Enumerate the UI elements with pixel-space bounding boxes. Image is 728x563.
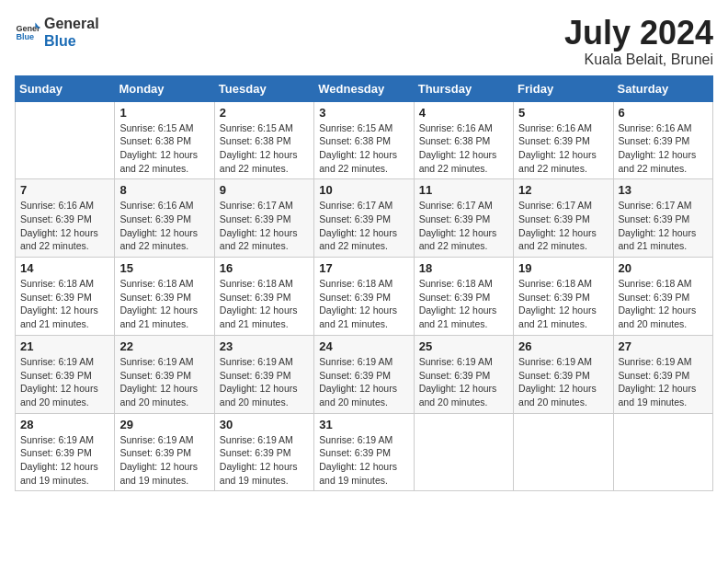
day-number: 15 (119, 261, 209, 275)
day-info: Sunrise: 6:19 AM Sunset: 6:39 PM Dayligh… (220, 433, 309, 488)
calendar-week-row: 1Sunrise: 6:15 AM Sunset: 6:38 PM Daylig… (16, 101, 713, 179)
calendar-cell: 11Sunrise: 6:17 AM Sunset: 6:39 PM Dayli… (414, 179, 513, 258)
logo-line2: Blue (44, 32, 99, 50)
day-info: Sunrise: 6:15 AM Sunset: 6:38 PM Dayligh… (119, 121, 209, 176)
calendar-week-row: 21Sunrise: 6:19 AM Sunset: 6:39 PM Dayli… (16, 335, 713, 413)
day-info: Sunrise: 6:16 AM Sunset: 6:39 PM Dayligh… (20, 199, 109, 253)
day-number: 14 (20, 261, 109, 275)
calendar-cell: 7Sunrise: 6:16 AM Sunset: 6:39 PM Daylig… (16, 179, 115, 258)
calendar-cell: 22Sunrise: 6:19 AM Sunset: 6:39 PM Dayli… (115, 335, 214, 413)
header-thursday: Thursday (414, 75, 513, 101)
day-info: Sunrise: 6:19 AM Sunset: 6:39 PM Dayligh… (20, 433, 109, 488)
day-number: 25 (419, 339, 508, 353)
day-number: 20 (619, 261, 708, 275)
day-number: 5 (518, 106, 608, 120)
day-number: 30 (220, 418, 309, 431)
calendar-week-row: 14Sunrise: 6:18 AM Sunset: 6:39 PM Dayli… (16, 258, 713, 336)
day-number: 31 (319, 418, 408, 431)
calendar-cell: 4Sunrise: 6:16 AM Sunset: 6:38 PM Daylig… (414, 101, 513, 179)
calendar-cell: 31Sunrise: 6:19 AM Sunset: 6:39 PM Dayli… (314, 413, 414, 491)
day-number: 17 (319, 261, 408, 275)
calendar-cell: 20Sunrise: 6:18 AM Sunset: 6:39 PM Dayli… (613, 258, 712, 336)
page-header: General Blue General Blue July 2024 Kual… (15, 15, 713, 68)
day-number: 28 (20, 418, 109, 431)
calendar-week-row: 28Sunrise: 6:19 AM Sunset: 6:39 PM Dayli… (16, 413, 713, 491)
day-info: Sunrise: 6:16 AM Sunset: 6:39 PM Dayligh… (119, 199, 209, 253)
calendar-cell: 23Sunrise: 6:19 AM Sunset: 6:39 PM Dayli… (214, 335, 313, 413)
day-number: 2 (220, 106, 309, 120)
day-info: Sunrise: 6:19 AM Sunset: 6:39 PM Dayligh… (419, 355, 508, 409)
day-number: 21 (20, 339, 109, 353)
calendar-cell: 26Sunrise: 6:19 AM Sunset: 6:39 PM Dayli… (514, 335, 613, 413)
calendar-cell: 15Sunrise: 6:18 AM Sunset: 6:39 PM Dayli… (115, 258, 214, 336)
day-info: Sunrise: 6:16 AM Sunset: 6:38 PM Dayligh… (419, 121, 508, 176)
day-number: 16 (220, 261, 309, 275)
calendar-header-row: SundayMondayTuesdayWednesdayThursdayFrid… (16, 75, 713, 101)
svg-text:Blue: Blue (16, 33, 34, 42)
calendar-cell: 9Sunrise: 6:17 AM Sunset: 6:39 PM Daylig… (214, 179, 313, 258)
calendar-week-row: 7Sunrise: 6:16 AM Sunset: 6:39 PM Daylig… (16, 179, 713, 258)
calendar-cell: 29Sunrise: 6:19 AM Sunset: 6:39 PM Dayli… (115, 413, 214, 491)
title-block: July 2024 Kuala Belait, Brunei (564, 15, 713, 68)
day-number: 19 (518, 261, 608, 275)
day-info: Sunrise: 6:19 AM Sunset: 6:39 PM Dayligh… (119, 433, 209, 488)
calendar-cell: 13Sunrise: 6:17 AM Sunset: 6:39 PM Dayli… (613, 179, 712, 258)
day-info: Sunrise: 6:16 AM Sunset: 6:39 PM Dayligh… (518, 121, 608, 176)
logo: General Blue General Blue (15, 15, 99, 50)
day-number: 3 (319, 106, 408, 120)
day-info: Sunrise: 6:19 AM Sunset: 6:39 PM Dayligh… (518, 355, 608, 409)
header-monday: Monday (115, 75, 214, 101)
calendar-cell (16, 101, 115, 179)
day-info: Sunrise: 6:19 AM Sunset: 6:39 PM Dayligh… (319, 355, 408, 409)
day-info: Sunrise: 6:17 AM Sunset: 6:39 PM Dayligh… (319, 199, 408, 253)
day-number: 29 (119, 418, 209, 431)
day-info: Sunrise: 6:18 AM Sunset: 6:39 PM Dayligh… (319, 277, 408, 331)
calendar-cell: 19Sunrise: 6:18 AM Sunset: 6:39 PM Dayli… (514, 258, 613, 336)
calendar-cell: 2Sunrise: 6:15 AM Sunset: 6:38 PM Daylig… (214, 101, 313, 179)
day-number: 12 (518, 183, 608, 197)
day-info: Sunrise: 6:15 AM Sunset: 6:38 PM Dayligh… (220, 121, 309, 176)
day-info: Sunrise: 6:18 AM Sunset: 6:39 PM Dayligh… (619, 277, 708, 331)
calendar-cell (414, 413, 513, 491)
calendar-cell: 14Sunrise: 6:18 AM Sunset: 6:39 PM Dayli… (16, 258, 115, 336)
day-number: 7 (20, 183, 109, 197)
day-info: Sunrise: 6:19 AM Sunset: 6:39 PM Dayligh… (20, 355, 109, 409)
day-info: Sunrise: 6:17 AM Sunset: 6:39 PM Dayligh… (619, 199, 708, 253)
calendar-cell: 18Sunrise: 6:18 AM Sunset: 6:39 PM Dayli… (414, 258, 513, 336)
calendar-cell: 25Sunrise: 6:19 AM Sunset: 6:39 PM Dayli… (414, 335, 513, 413)
calendar-cell: 16Sunrise: 6:18 AM Sunset: 6:39 PM Dayli… (214, 258, 313, 336)
header-saturday: Saturday (613, 75, 712, 101)
location-label: Kuala Belait, Brunei (564, 52, 713, 68)
day-info: Sunrise: 6:18 AM Sunset: 6:39 PM Dayligh… (119, 277, 209, 331)
day-number: 9 (220, 183, 309, 197)
day-number: 1 (119, 106, 209, 120)
day-number: 6 (619, 106, 708, 120)
day-number: 22 (119, 339, 209, 353)
day-number: 27 (619, 339, 708, 353)
logo-icon: General Blue (15, 19, 40, 45)
day-info: Sunrise: 6:18 AM Sunset: 6:39 PM Dayligh… (419, 277, 508, 331)
header-friday: Friday (514, 75, 613, 101)
month-year-title: July 2024 (564, 15, 713, 52)
calendar-cell: 24Sunrise: 6:19 AM Sunset: 6:39 PM Dayli… (314, 335, 414, 413)
calendar-cell: 1Sunrise: 6:15 AM Sunset: 6:38 PM Daylig… (115, 101, 214, 179)
day-info: Sunrise: 6:18 AM Sunset: 6:39 PM Dayligh… (220, 277, 309, 331)
calendar-cell (613, 413, 712, 491)
day-info: Sunrise: 6:16 AM Sunset: 6:39 PM Dayligh… (619, 121, 708, 176)
header-tuesday: Tuesday (214, 75, 313, 101)
calendar-cell: 28Sunrise: 6:19 AM Sunset: 6:39 PM Dayli… (16, 413, 115, 491)
day-info: Sunrise: 6:19 AM Sunset: 6:39 PM Dayligh… (119, 355, 209, 409)
day-number: 18 (419, 261, 508, 275)
calendar-cell: 27Sunrise: 6:19 AM Sunset: 6:39 PM Dayli… (613, 335, 712, 413)
day-number: 11 (419, 183, 508, 197)
day-number: 23 (220, 339, 309, 353)
day-info: Sunrise: 6:19 AM Sunset: 6:39 PM Dayligh… (319, 433, 408, 488)
calendar-cell (514, 413, 613, 491)
day-number: 26 (518, 339, 608, 353)
calendar-cell: 21Sunrise: 6:19 AM Sunset: 6:39 PM Dayli… (16, 335, 115, 413)
logo-line1: General (44, 15, 99, 32)
day-info: Sunrise: 6:19 AM Sunset: 6:39 PM Dayligh… (220, 355, 309, 409)
calendar-cell: 5Sunrise: 6:16 AM Sunset: 6:39 PM Daylig… (514, 101, 613, 179)
calendar-cell: 30Sunrise: 6:19 AM Sunset: 6:39 PM Dayli… (214, 413, 313, 491)
calendar-cell: 3Sunrise: 6:15 AM Sunset: 6:38 PM Daylig… (314, 101, 414, 179)
